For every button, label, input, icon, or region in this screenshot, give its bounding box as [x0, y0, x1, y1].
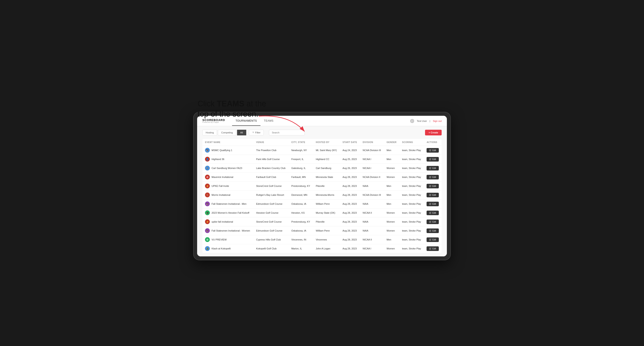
event-name-text-5: Morris Invitational	[212, 194, 230, 196]
cell-actions-7: Edit	[424, 208, 442, 217]
event-name-text-0: MSMC Qualifying 1	[212, 149, 232, 152]
table-row: 🐊 Klash at Kokopelli Kokopelli Golf Club…	[202, 244, 442, 253]
table-row: 🦌 Morris Invitational Ruttger's Bay Lake…	[202, 190, 442, 199]
cell-gender-10: Men	[384, 235, 400, 244]
cell-actions-0: Edit	[424, 146, 442, 155]
cell-date-11: Aug 28, 2023	[340, 244, 360, 253]
cell-event-name-2: 🏌 Carl Sandburg Women FA23	[202, 164, 254, 173]
edit-button-6[interactable]: Edit	[426, 202, 438, 206]
team-icon-5: 🦌	[205, 192, 210, 197]
create-button[interactable]: + Create	[425, 130, 442, 135]
team-icon-1: 👤	[205, 157, 210, 162]
cell-hosted-8: Pikeville	[313, 217, 340, 226]
cell-city-3: Faribault, MN	[288, 173, 313, 181]
event-name-text-9: Fall Statesmen Invitational - Women	[212, 229, 250, 232]
table-row: 🎯 Maverick Invitational Faribault Golf C…	[202, 173, 442, 181]
cell-gender-8: Women	[384, 217, 400, 226]
cell-date-1: Aug 25, 2023	[340, 155, 360, 164]
table-row: 🦅 Fall Statesmen Invitational - Women Ed…	[202, 226, 442, 235]
cell-division-6: NAIA	[360, 199, 384, 208]
table-row: ⚡ upike fall invitational StoneCrest Gol…	[202, 217, 442, 226]
edit-button-3[interactable]: Edit	[426, 175, 438, 179]
table-row: 🏌 Carl Sandburg Women FA23 Lake Bracken …	[202, 164, 442, 173]
edit-icon-10	[429, 238, 431, 241]
edit-icon-7	[429, 212, 431, 214]
event-name-text-1: Highland 36	[212, 158, 224, 161]
edit-button-4[interactable]: Edit	[426, 184, 438, 188]
cell-hosted-7: Murray State (OK)	[313, 208, 340, 217]
filter-button[interactable]: Filter	[249, 130, 264, 135]
cell-hosted-2: Carl Sandburg	[313, 164, 340, 173]
tab-hosting[interactable]: Hosting	[202, 130, 217, 135]
filter-label: Filter	[255, 131, 260, 134]
cell-hosted-3: Minnesota State	[313, 173, 340, 181]
cell-scoring-4: team, Stroke Play	[400, 181, 424, 190]
edit-button-8[interactable]: Edit	[426, 219, 438, 224]
cell-division-4: NAIA	[360, 181, 384, 190]
filter-bar: Hosting Competing All Filter	[202, 130, 442, 135]
cell-gender-3: Women	[384, 173, 400, 181]
cell-date-2: Aug 26, 2023	[340, 164, 360, 173]
col-actions: ACTIONS	[424, 139, 442, 146]
cell-gender-4: Men	[384, 181, 400, 190]
event-name-text-10: VU PREVIEW	[212, 238, 226, 241]
cell-city-0: Newburgh, NY	[288, 146, 313, 155]
edit-button-1[interactable]: Edit	[426, 157, 438, 162]
tab-competing[interactable]: Competing	[218, 130, 236, 135]
nav-right: Test User | Sign out	[410, 119, 442, 123]
cell-scoring-3: team, Stroke Play	[400, 173, 424, 181]
cell-hosted-6: William Penn	[313, 199, 340, 208]
edit-icon-2	[429, 167, 431, 169]
sign-out-link[interactable]: Sign out	[433, 120, 442, 122]
cell-city-5: Deerwood, MN	[288, 190, 313, 199]
edit-button-5[interactable]: Edit	[426, 193, 438, 197]
edit-button-11[interactable]: Edit	[426, 246, 438, 251]
edit-icon-9	[429, 230, 431, 232]
col-venue: VENUE	[254, 139, 288, 146]
cell-scoring-7: team, Stroke Play	[400, 208, 424, 217]
cell-gender-2: Women	[384, 164, 400, 173]
cell-date-8: Aug 28, 2023	[340, 217, 360, 226]
cell-division-3: NCAA Division II	[360, 173, 384, 181]
cell-division-5: NCAA Division III	[360, 190, 384, 199]
annotation-text: Click TEAMS at the top of the screen.	[198, 99, 268, 119]
cell-hosted-11: John A Logan	[313, 244, 340, 253]
search-input[interactable]	[269, 130, 305, 135]
nav-separator: |	[430, 120, 430, 122]
cell-gender-9: Women	[384, 226, 400, 235]
cell-division-0: NCAA Division III	[360, 146, 384, 155]
cell-event-name-9: 🦅 Fall Statesmen Invitational - Women	[202, 226, 254, 235]
create-label: + Create	[428, 131, 438, 134]
filter-left: Hosting Competing All Filter	[202, 130, 305, 135]
cell-event-name-7: 🎓 2023 Women's Hesston Fall Kickoff	[202, 208, 254, 217]
cell-scoring-0: team, Stroke Play	[400, 146, 424, 155]
cell-actions-6: Edit	[424, 199, 442, 208]
cell-actions-4: Edit	[424, 181, 442, 190]
cell-gender-11: Women	[384, 244, 400, 253]
tab-all[interactable]: All	[237, 130, 246, 135]
edit-button-0[interactable]: Edit	[426, 148, 438, 153]
team-icon-4: ⚡	[205, 183, 210, 188]
edit-button-10[interactable]: Edit	[426, 237, 438, 242]
cell-city-4: Prestonsburg, KY	[288, 181, 313, 190]
edit-button-2[interactable]: Edit	[426, 166, 438, 171]
cell-scoring-11: team, Stroke Play	[400, 244, 424, 253]
cell-venue-1: Park Hills Golf Course	[254, 155, 288, 164]
cell-venue-4: StoneCrest Golf Course	[254, 181, 288, 190]
cell-venue-3: Faribault Golf Club	[254, 173, 288, 181]
tournaments-table: EVENT NAME VENUE CITY, STATE HOSTED BY S…	[202, 139, 442, 253]
cell-scoring-10: team, Stroke Play	[400, 235, 424, 244]
cell-division-1: NICAA I	[360, 155, 384, 164]
event-name-text-8: upike fall invitational	[212, 220, 233, 223]
cell-event-name-10: 🏛 VU PREVIEW	[202, 235, 254, 244]
edit-button-9[interactable]: Edit	[426, 228, 438, 233]
cell-division-9: NAIA	[360, 226, 384, 235]
event-name-text-4: UPKE Fall Invite	[212, 185, 229, 187]
cell-city-7: Hesston, KS	[288, 208, 313, 217]
gear-icon[interactable]	[410, 119, 414, 123]
cell-division-8: NAIA	[360, 217, 384, 226]
cell-city-6: Oskaloosa, IA	[288, 199, 313, 208]
cell-date-0: Aug 24, 2023	[340, 146, 360, 155]
edit-button-7[interactable]: Edit	[426, 211, 438, 215]
table-row: 🦅 Fall Statesmen Invitational - Men Edmu…	[202, 199, 442, 208]
